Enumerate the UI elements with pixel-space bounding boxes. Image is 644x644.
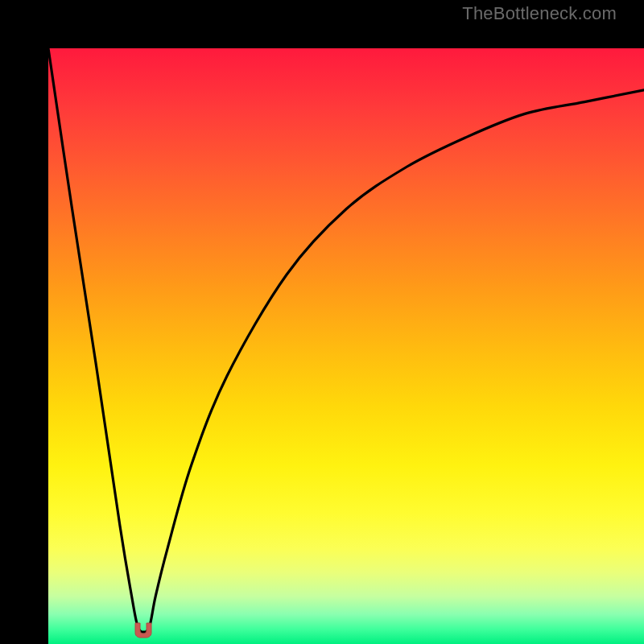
optimum-marker (133, 621, 154, 639)
watermark-text: TheBottleneck.com (462, 3, 617, 24)
plot-area (48, 48, 644, 644)
bottleneck-curve (48, 48, 644, 644)
chart-frame (0, 0, 644, 644)
